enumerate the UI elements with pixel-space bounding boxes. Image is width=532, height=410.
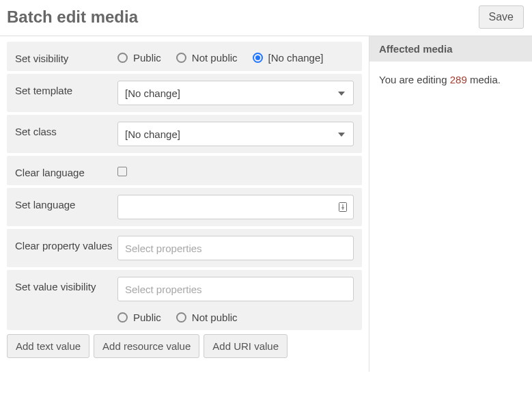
radio-value-visibility-public[interactable]: Public — [117, 312, 161, 323]
label-set-value-visibility: Set value visibility — [15, 277, 117, 323]
summary-pre: You are editing — [379, 74, 450, 85]
label-set-language: Set language — [15, 195, 117, 219]
checkbox-clear-language[interactable] — [117, 167, 127, 176]
add-text-value-button[interactable]: Add text value — [7, 334, 89, 358]
radio-label: [No change] — [268, 52, 324, 64]
select-template[interactable]: [No change] — [117, 81, 354, 105]
label-set-class: Set class — [15, 122, 117, 146]
label-clear-language: Clear language — [15, 163, 117, 178]
add-resource-value-button[interactable]: Add resource value — [94, 334, 199, 358]
select-value: [No change] — [125, 128, 180, 140]
radio-label: Not public — [192, 312, 238, 323]
summary-post: media. — [467, 74, 501, 85]
row-clear-property-values: Clear property values — [7, 229, 362, 267]
radio-value-visibility-not-public[interactable]: Not public — [176, 312, 238, 323]
radio-icon — [253, 53, 263, 63]
radio-icon — [176, 53, 186, 63]
row-set-visibility: Set visibility Public Not public [No cha… — [7, 42, 362, 71]
add-uri-value-button[interactable]: Add URI value — [204, 334, 288, 358]
sidebar-heading: Affected media — [369, 36, 532, 62]
row-set-language: Set language — [7, 188, 362, 226]
input-value-visibility-properties[interactable] — [125, 277, 333, 301]
select-value: [No change] — [125, 87, 180, 99]
row-set-value-visibility: Set value visibility Public Not public — [7, 270, 362, 330]
affected-media-summary: You are editing 289 media. — [369, 62, 532, 98]
select-class[interactable]: [No change] — [117, 122, 354, 146]
row-clear-language: Clear language — [7, 156, 362, 185]
radio-label: Not public — [192, 52, 238, 64]
radio-visibility-not-public[interactable]: Not public — [176, 52, 238, 64]
input-set-language[interactable] — [125, 195, 333, 219]
row-set-template: Set template [No change] — [7, 74, 362, 112]
form-main: Set visibility Public Not public [No cha… — [0, 36, 369, 372]
add-value-buttons: Add text value Add resource value Add UR… — [7, 334, 362, 358]
label-set-visibility: Set visibility — [15, 49, 117, 64]
radio-icon — [117, 312, 128, 323]
radio-label: Public — [133, 312, 161, 323]
radio-icon — [176, 312, 186, 323]
input-clear-properties[interactable] — [125, 236, 333, 260]
language-picker-icon[interactable] — [338, 202, 348, 213]
affected-count: 289 — [450, 74, 467, 85]
label-clear-property-values: Clear property values — [15, 236, 117, 260]
page-title: Batch edit media — [7, 8, 138, 27]
radio-visibility-public[interactable]: Public — [117, 52, 161, 64]
label-set-template: Set template — [15, 81, 117, 105]
save-button[interactable]: Save — [479, 5, 524, 29]
sidebar: Affected media You are editing 289 media… — [369, 36, 532, 372]
radio-label: Public — [133, 52, 161, 64]
radio-icon — [117, 53, 128, 63]
row-set-class: Set class [No change] — [7, 115, 362, 153]
radio-visibility-no-change[interactable]: [No change] — [253, 52, 324, 64]
